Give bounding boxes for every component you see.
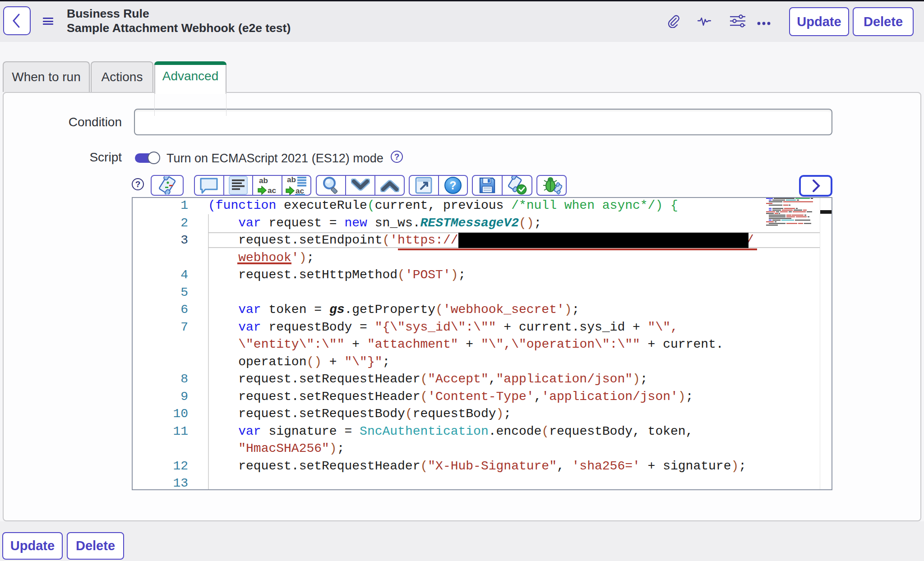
svg-text:?: ? (449, 179, 456, 192)
svg-text:ab: ab (259, 176, 268, 185)
svg-text:ab: ab (287, 175, 296, 184)
svg-text:ac: ac (268, 186, 276, 195)
